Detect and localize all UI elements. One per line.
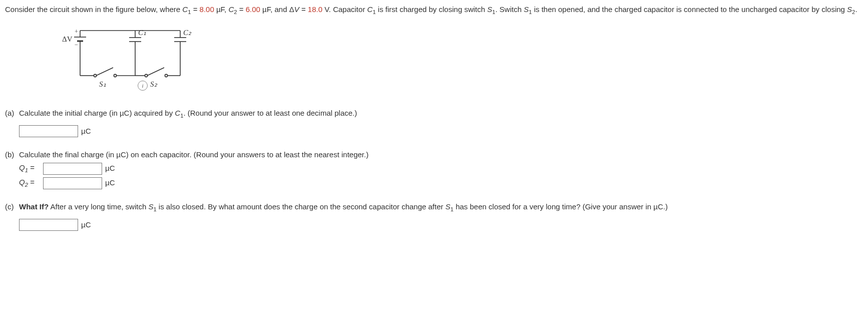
svg-point-16: [114, 74, 116, 77]
q2-input[interactable]: [43, 177, 102, 189]
figure-s1: S₁: [99, 80, 106, 88]
part-c-unit: µC: [81, 219, 91, 231]
figure-plus: +: [75, 28, 78, 35]
q1-label: Q1 =: [19, 162, 40, 175]
q2-unit: µC: [105, 177, 115, 189]
eq1: =: [191, 5, 199, 14]
part-a-text: Calculate the initial charge (in µC) acq…: [19, 108, 863, 120]
part-c-label: (c): [5, 201, 19, 231]
part-a-unit: µC: [81, 126, 91, 137]
intro-text: Consider the circuit shown in the figure…: [5, 5, 182, 14]
svg-point-21: [165, 74, 167, 77]
figure-c1: C₁: [138, 29, 146, 37]
dv-value: 18.0: [308, 5, 322, 14]
info-icon[interactable]: i: [138, 81, 148, 91]
period: .: [855, 5, 857, 14]
what-if: What If?: [19, 202, 49, 211]
eq2: =: [237, 5, 246, 14]
mid2: . Switch: [496, 5, 524, 14]
problem-intro: Consider the circuit shown in the figure…: [5, 4, 863, 17]
part-b-label: (b): [5, 149, 19, 189]
c2-value: 6.00: [246, 5, 260, 14]
s2-symbol: S: [847, 5, 852, 14]
dv-unit: V. Capacitor: [322, 5, 367, 14]
c1-value: 8.00: [200, 5, 214, 14]
figure-c2: C₂: [183, 29, 192, 37]
part-c: (c) What If? After a very long time, swi…: [5, 201, 863, 231]
uf1: µF,: [214, 5, 229, 14]
eq3: =: [299, 5, 308, 14]
svg-point-19: [145, 74, 147, 77]
mid1: is first charged by closing switch: [376, 5, 488, 14]
figure-s2: S₂: [150, 80, 158, 88]
s1-symbol: S: [487, 5, 492, 14]
s1b-symbol: S: [524, 5, 529, 14]
part-b: (b) Calculate the final charge (in µC) o…: [5, 149, 863, 189]
svg-line-15: [96, 68, 113, 76]
part-c-input[interactable]: [19, 219, 78, 231]
c1-symbol: C: [182, 5, 188, 14]
svg-point-14: [94, 74, 96, 77]
part-b-text: Calculate the final charge (in µC) on ea…: [19, 149, 863, 161]
c2-symbol: C: [228, 5, 234, 14]
part-a-label: (a): [5, 108, 19, 137]
uf2: µF, and Δ: [260, 5, 294, 14]
circuit-figure: ΔV + − C₁ C₂ S₁ S₂ i: [50, 26, 195, 96]
dv-symbol: V: [294, 5, 299, 14]
mid3: is then opened, and the charged capacito…: [532, 5, 847, 14]
c1b-symbol: C: [367, 5, 373, 14]
part-a-input[interactable]: [19, 125, 78, 137]
part-a: (a) Calculate the initial charge (in µC)…: [5, 108, 863, 137]
figure-dv: ΔV: [62, 35, 73, 43]
part-c-text: What If? After a very long time, switch …: [19, 201, 863, 214]
svg-line-20: [147, 68, 164, 76]
q1-unit: µC: [105, 163, 115, 174]
q1-input[interactable]: [43, 163, 102, 175]
q2-label: Q2 =: [19, 177, 40, 189]
figure-minus: −: [75, 41, 78, 48]
